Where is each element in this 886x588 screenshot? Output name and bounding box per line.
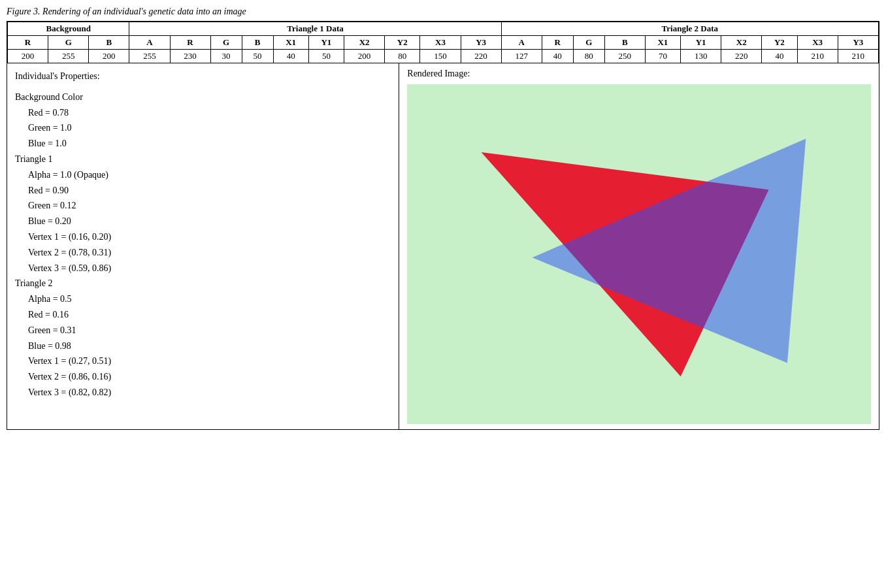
col-x1b: X1 (645, 36, 680, 50)
triangle2-header: Triangle 2 Data (501, 22, 878, 36)
val-y3b: 210 (838, 50, 878, 63)
col-y1b: Y1 (681, 36, 721, 50)
val-x3b: 210 (797, 50, 838, 63)
val-x1b: 70 (645, 50, 680, 63)
triangle1-label: Triangle 1 (15, 152, 391, 167)
bg-green: Green = 1.0 (28, 120, 391, 136)
val-g2: 30 (210, 50, 242, 63)
col-a2: A (501, 36, 542, 50)
properties-title: Individual's Properties: (15, 69, 391, 84)
col-a1: A (129, 36, 170, 50)
col-r3: R (542, 36, 573, 50)
col-y1: Y1 (308, 36, 344, 50)
bg-red: Red = 0.78 (28, 105, 391, 121)
val-b1: 200 (89, 50, 129, 63)
val-y3: 220 (461, 50, 501, 63)
col-g1: G (48, 36, 89, 50)
rendered-panel: Rendered Image: (399, 63, 879, 429)
col-b3: B (604, 36, 645, 50)
t2-v2: Vertex 2 = (0.86, 0.16) (28, 369, 391, 385)
col-b2: B (242, 36, 273, 50)
col-r1: R (8, 36, 48, 50)
t2-v3: Vertex 3 = (0.82, 0.82) (28, 385, 391, 400)
background-header: Background (8, 22, 129, 36)
val-b3: 250 (604, 50, 645, 63)
val-x2: 200 (344, 50, 385, 63)
val-r3: 40 (542, 50, 573, 63)
col-x2: X2 (344, 36, 385, 50)
val-x2b: 220 (721, 50, 762, 63)
val-x1: 40 (273, 50, 308, 63)
rendered-svg (407, 84, 871, 424)
t1-red: Red = 0.90 (28, 183, 391, 199)
bg-blue: Blue = 1.0 (28, 136, 391, 152)
col-y2: Y2 (385, 36, 420, 50)
col-y3: Y3 (461, 36, 501, 50)
val-a2: 127 (501, 50, 542, 63)
val-r2: 230 (170, 50, 210, 63)
col-x2b: X2 (721, 36, 762, 50)
val-g3: 80 (573, 50, 604, 63)
rendered-title: Rendered Image: (407, 69, 871, 79)
t2-green: Green = 0.31 (28, 323, 391, 338)
val-y2: 80 (385, 50, 420, 63)
col-y3b: Y3 (838, 36, 878, 50)
t1-v2: Vertex 2 = (0.78, 0.31) (28, 245, 391, 261)
properties-panel: Individual's Properties: Background Colo… (7, 63, 399, 429)
col-b1: B (89, 36, 129, 50)
col-r2: R (170, 36, 210, 50)
t1-green: Green = 0.12 (28, 198, 391, 214)
col-x3: X3 (420, 36, 461, 50)
triangle2-label: Triangle 2 (15, 276, 391, 291)
content-area: Individual's Properties: Background Colo… (7, 63, 879, 429)
val-x3: 150 (420, 50, 461, 63)
val-g1: 255 (48, 50, 89, 63)
col-x3b: X3 (797, 36, 838, 50)
t2-blue: Blue = 0.98 (28, 338, 391, 354)
figure-caption: Figure 3. Rendering of an individual's g… (7, 7, 879, 17)
col-x1: X1 (273, 36, 308, 50)
main-container: Background Triangle 1 Data Triangle 2 Da… (7, 21, 879, 430)
t2-alpha: Alpha = 0.5 (28, 291, 391, 307)
col-y2b: Y2 (762, 36, 797, 50)
t1-v3: Vertex 3 = (0.59, 0.86) (28, 261, 391, 276)
val-y1b: 130 (681, 50, 721, 63)
val-b2: 50 (242, 50, 273, 63)
val-y1: 50 (308, 50, 344, 63)
col-g2: G (210, 36, 242, 50)
triangle1-header: Triangle 1 Data (129, 22, 501, 36)
col-g3: G (573, 36, 604, 50)
data-table: Background Triangle 1 Data Triangle 2 Da… (7, 22, 879, 63)
t2-v1: Vertex 1 = (0.27, 0.51) (28, 353, 391, 369)
t1-alpha: Alpha = 1.0 (Opaque) (28, 167, 391, 183)
t1-blue: Blue = 0.20 (28, 214, 391, 229)
val-a1: 255 (129, 50, 170, 63)
val-r1: 200 (8, 50, 48, 63)
t1-v1: Vertex 1 = (0.16, 0.20) (28, 229, 391, 245)
t2-red: Red = 0.16 (28, 307, 391, 323)
canvas-area (407, 84, 871, 424)
background-color-label: Background Color (15, 90, 391, 105)
val-y2b: 40 (762, 50, 797, 63)
